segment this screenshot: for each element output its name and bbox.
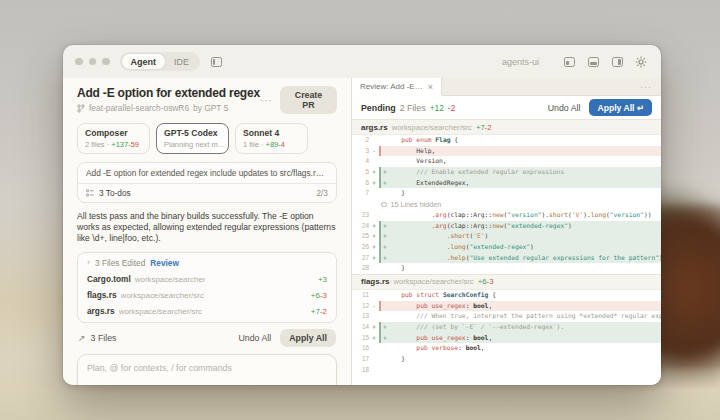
diff-file-path: workspace/searcher/src	[393, 277, 473, 286]
edited-file-row[interactable]: args.rs workspace/searcher/src +7-2	[78, 303, 336, 319]
diff-line: 6++ ExtendedRegex,	[352, 178, 661, 189]
todo-list-icon	[86, 189, 94, 197]
agent-header: Add -E option for extended regex feat-pa…	[77, 86, 337, 114]
diff-file-header[interactable]: flags.rs workspace/searcher/src +6-3	[352, 274, 661, 290]
diff-code-flags: 11 pub struct SearchConfig {12- pub use_…	[352, 290, 661, 376]
agent-panel: Add -E option for extended regex feat-pa…	[63, 78, 352, 385]
diff-line: 24++ .arg(clap::Arg::new("extended-regex…	[352, 221, 661, 232]
model-card-meta: Planning next m…	[164, 140, 221, 149]
diff-line: 25++ .short('E')	[352, 231, 661, 242]
overflow-menu-icon[interactable]: ···	[260, 95, 273, 106]
diff-line: 28 }	[352, 263, 661, 274]
review-undo-all-button[interactable]: Undo All	[548, 103, 581, 113]
undo-all-button[interactable]: Undo All	[238, 333, 271, 343]
todos-progress: 2/3	[316, 188, 328, 198]
task-prompt[interactable]: Add -E option for extended regex include…	[78, 163, 336, 184]
diff-line: 12- pub use_regex: bool,	[352, 301, 661, 312]
diff-line: 16 pub verbose: bool,	[352, 343, 661, 354]
diff-file-counts: +7-2	[476, 123, 492, 132]
edited-file-row[interactable]: flags.rs workspace/searcher/src +6-3	[78, 287, 336, 303]
settings-button[interactable]	[633, 54, 649, 70]
panel-left-icon	[211, 57, 222, 67]
arrow-up-right-icon: ↗	[78, 333, 86, 343]
composer-input[interactable]: Plan, @ for contexts, / for commands	[87, 363, 327, 373]
model-card-gpt5-codex[interactable]: GPT-5 Codex Planning next m…	[156, 123, 229, 154]
diff-line: 4 Version,	[352, 156, 661, 167]
review-link[interactable]: Review	[150, 258, 179, 268]
file-path: workspace/searcher/src	[119, 307, 202, 316]
return-key-icon: ↵	[637, 103, 644, 113]
agent-summary-text: All tests pass and the binary builds suc…	[77, 211, 337, 244]
hidden-lines-expander[interactable]: 15 Lines hidden	[352, 199, 661, 210]
review-apply-all-button[interactable]: Apply All ↵	[589, 99, 652, 116]
branch-author: by GPT 5	[193, 103, 228, 113]
chevron-right-icon: ›	[87, 258, 90, 267]
agent-title-block: Add -E option for extended regex feat-pa…	[77, 86, 260, 113]
model-card-sonnet4[interactable]: Sonnet 4 1 file · +89-4	[235, 123, 308, 154]
diff-line: 23 .arg(clap::Arg::new("version").short(…	[352, 210, 661, 221]
apply-all-button[interactable]: Apply All	[280, 329, 336, 347]
review-tabstrip: Review: Add -E… × ···	[352, 78, 661, 96]
diff-line: 2 pub enum Flag {	[352, 135, 661, 146]
model-card-name: GPT-5 Codex	[164, 128, 221, 138]
edited-file-row[interactable]: Cargo.toml workspace/searcher +3	[78, 271, 336, 287]
files-edited-box: › 3 Files Edited Review Cargo.toml works…	[77, 252, 337, 323]
titlebar: Agent IDE agents-ui	[63, 45, 661, 78]
diff-file-name: args.rs	[361, 123, 388, 132]
diff-line: 17 }	[352, 354, 661, 365]
todos-row[interactable]: 3 To-dos 2/3	[78, 184, 336, 202]
task-box: Add -E option for extended regex include…	[77, 162, 337, 203]
titlebar-right: agents-ui	[502, 54, 649, 70]
app-window: Agent IDE agents-ui	[63, 45, 661, 385]
create-pr-button[interactable]: Create PR	[280, 86, 337, 114]
branch-name[interactable]: feat-parallel-search-oswR6	[89, 103, 189, 113]
window-controls	[75, 58, 110, 66]
diff-area: args.rs workspace/searcher/src +7-2 2 pu…	[352, 119, 661, 385]
diff-line: 15++ pub use_regex: bool,	[352, 333, 661, 344]
panel-left-toggle-icon[interactable]	[208, 54, 224, 70]
zoom-window-button[interactable]	[102, 58, 110, 66]
diff-line: 18	[352, 365, 661, 376]
model-card-name: Composer	[85, 128, 142, 138]
gear-icon	[635, 56, 647, 68]
window-title: agents-ui	[502, 57, 539, 67]
branch-row: feat-parallel-search-oswR6 by GPT 5	[77, 103, 260, 113]
file-diff-counts: +6-3	[311, 291, 327, 300]
diff-line: 14++ /// (set by `-E` / `--extended-rege…	[352, 322, 661, 333]
panel-badge-icon	[564, 57, 575, 67]
diff-line: 11 pub struct SearchConfig {	[352, 290, 661, 301]
view-switcher: Agent IDE	[120, 52, 201, 71]
pending-additions: +12	[430, 103, 444, 113]
file-name: args.rs	[87, 306, 115, 316]
diff-line: 27++ .help("Use extended regular express…	[352, 253, 661, 264]
diff-line: 3- Help,	[352, 146, 661, 157]
expand-icon	[381, 202, 387, 208]
panel-bottom-toggle-icon[interactable]	[585, 54, 601, 70]
pending-label: Pending	[361, 103, 396, 113]
panel-right-toggle-icon[interactable]	[609, 54, 625, 70]
file-path: workspace/searcher/src	[121, 291, 204, 300]
diff-line: 26++ .long("extended-regex")	[352, 242, 661, 253]
panel-badge-toggle-icon[interactable]	[561, 54, 577, 70]
tab-ide[interactable]: IDE	[165, 54, 198, 69]
close-icon[interactable]: ×	[428, 82, 433, 92]
file-diff-counts: +7-2	[311, 307, 327, 316]
model-card-meta: 1 file · +89-4	[243, 140, 300, 149]
review-tab-title: Review: Add -E…	[360, 82, 423, 91]
agent-header-actions: ··· Create PR	[260, 86, 337, 114]
model-card-composer[interactable]: Composer 2 files · +137-59	[77, 123, 150, 154]
files-count-label[interactable]: 3 Files	[91, 333, 117, 343]
tabstrip-overflow-icon[interactable]: ···	[640, 82, 661, 92]
diff-file-header[interactable]: args.rs workspace/searcher/src +7-2	[352, 119, 661, 135]
close-window-button[interactable]	[75, 58, 83, 66]
diff-code-args: 2 pub enum Flag {3- Help,4 Version,5++ /…	[352, 135, 661, 274]
files-edited-header[interactable]: › 3 Files Edited Review	[78, 253, 336, 271]
panel-right-icon	[612, 57, 623, 67]
todos-label: 3 To-dos	[99, 188, 131, 198]
review-panel: Review: Add -E… × ··· Pending 2 Files +1…	[352, 78, 661, 385]
model-cards: Composer 2 files · +137-59 GPT-5 Codex P…	[77, 123, 337, 154]
minimize-window-button[interactable]	[89, 58, 97, 66]
tab-agent[interactable]: Agent	[122, 54, 166, 69]
branch-icon	[77, 104, 85, 113]
review-tab[interactable]: Review: Add -E… ×	[352, 78, 442, 96]
